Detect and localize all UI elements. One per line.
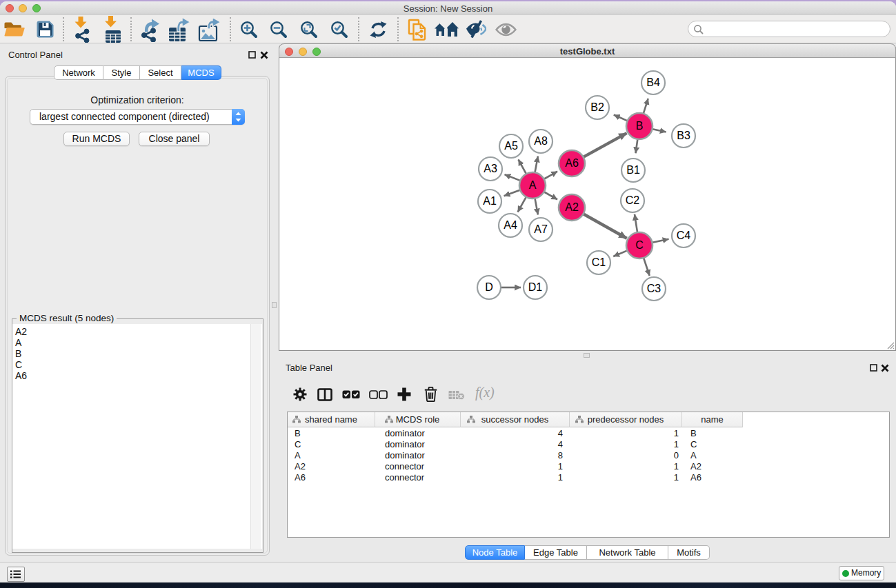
svg-text:B4: B4 [646, 77, 660, 88]
svg-text:A8: A8 [534, 135, 548, 147]
svg-text:C4: C4 [677, 230, 691, 241]
svg-text:A6: A6 [565, 157, 579, 169]
svg-text:A: A [529, 179, 537, 191]
svg-text:C: C [635, 239, 644, 251]
svg-text:A3: A3 [484, 163, 497, 174]
svg-text:B3: B3 [677, 130, 690, 141]
svg-text:D1: D1 [528, 281, 543, 293]
svg-text:C2: C2 [626, 194, 640, 206]
svg-text:A1: A1 [483, 195, 497, 207]
svg-text:C3: C3 [647, 283, 661, 294]
svg-text:A5: A5 [504, 140, 518, 152]
svg-text:B: B [636, 120, 644, 132]
svg-text:B2: B2 [590, 101, 604, 113]
svg-text:C1: C1 [592, 256, 606, 268]
svg-text:D: D [485, 281, 493, 293]
svg-text:A4: A4 [504, 219, 517, 231]
svg-text:B1: B1 [626, 164, 640, 176]
svg-text:A7: A7 [534, 223, 548, 235]
svg-text:A2: A2 [565, 201, 579, 213]
